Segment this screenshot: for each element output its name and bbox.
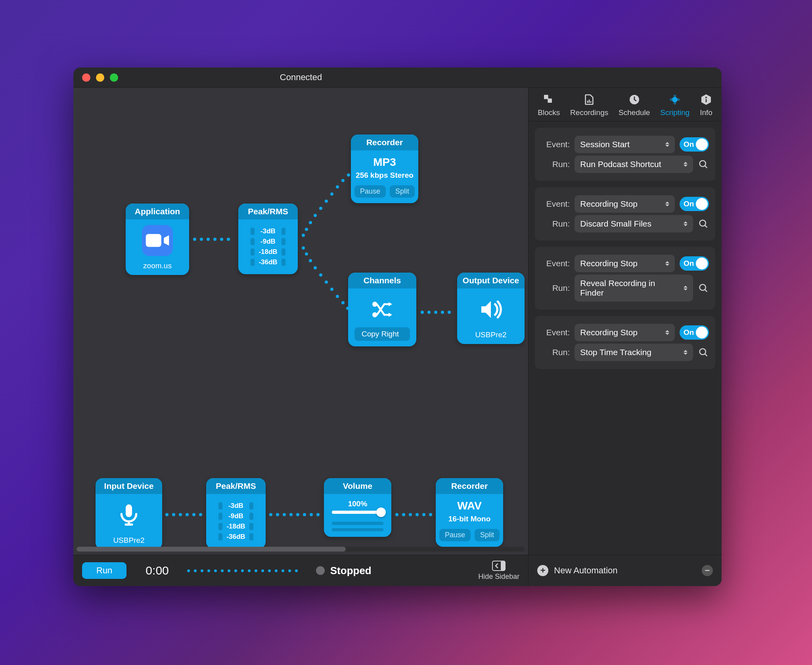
split-button[interactable]: Split bbox=[475, 529, 500, 541]
svg-rect-0 bbox=[146, 234, 161, 247]
hide-sidebar-button[interactable]: Hide Sidebar bbox=[478, 561, 519, 581]
clock-icon bbox=[628, 93, 641, 106]
event-label: Event: bbox=[541, 259, 570, 268]
svg-point-1 bbox=[373, 303, 376, 306]
tab-blocks[interactable]: Blocks bbox=[538, 93, 560, 117]
event-select[interactable]: Recording Stop bbox=[575, 255, 675, 272]
volume-meter bbox=[332, 522, 383, 531]
enabled-toggle[interactable]: On bbox=[680, 256, 709, 271]
svg-point-16 bbox=[700, 284, 706, 290]
run-select[interactable]: Discard Small Files bbox=[575, 215, 693, 233]
run-button[interactable]: Run bbox=[82, 562, 126, 579]
info-icon bbox=[700, 93, 712, 106]
run-select[interactable]: Reveal Recording in Finder bbox=[575, 275, 693, 302]
node-recorder-wav[interactable]: Recorder WAV 16-bit Mono Pause Split bbox=[436, 478, 503, 547]
node-header: Peak/RMS bbox=[206, 478, 266, 494]
automation-card: Event:Recording StopOnRun:Stop Time Trac… bbox=[535, 316, 715, 369]
progress-dots bbox=[187, 569, 298, 572]
canvas-panel: Application zoom.us Peak/RMS -3dB -9dB -… bbox=[73, 88, 529, 586]
node-peakrms-1[interactable]: Peak/RMS -3dB -9dB -18dB -36dB bbox=[238, 204, 298, 274]
svg-rect-3 bbox=[126, 504, 132, 517]
remove-automation-button[interactable]: − bbox=[702, 565, 713, 576]
level-meter: -3dB -9dB -18dB -36dB bbox=[251, 225, 285, 269]
volume-value: 100% bbox=[348, 500, 368, 508]
svg-rect-6 bbox=[544, 95, 548, 99]
node-input-device[interactable]: Input Device USBPre2 bbox=[96, 478, 162, 547]
automation-card: Event:Recording StopOnRun:Discard Small … bbox=[535, 187, 715, 240]
node-header: Volume bbox=[324, 478, 391, 494]
recorder-subtitle: 16-bit Mono bbox=[448, 515, 491, 523]
search-icon[interactable] bbox=[698, 218, 709, 229]
scrollbar-thumb[interactable] bbox=[77, 547, 346, 552]
flow-canvas[interactable]: Application zoom.us Peak/RMS -3dB -9dB -… bbox=[73, 88, 528, 547]
svg-rect-7 bbox=[548, 98, 552, 103]
hide-sidebar-label: Hide Sidebar bbox=[478, 573, 519, 581]
svg-point-9 bbox=[673, 98, 677, 102]
chevron-updown-icon bbox=[684, 350, 688, 355]
node-footer: USBPre2 bbox=[96, 536, 162, 547]
run-label: Run: bbox=[541, 283, 570, 293]
enabled-toggle[interactable]: On bbox=[680, 325, 709, 340]
sidebar: Blocks Recordings Schedule Scripting Inf… bbox=[529, 88, 722, 586]
svg-point-14 bbox=[700, 220, 706, 226]
chevron-updown-icon bbox=[684, 286, 688, 290]
speaker-icon bbox=[475, 294, 506, 325]
svg-point-2 bbox=[373, 313, 376, 316]
scripting-icon bbox=[668, 93, 681, 106]
recorder-format: WAV bbox=[457, 500, 482, 512]
node-peakrms-2[interactable]: Peak/RMS -3dB -9dB -18dB -36dB bbox=[206, 478, 266, 547]
search-icon[interactable] bbox=[698, 347, 709, 358]
chevron-updown-icon bbox=[665, 142, 669, 147]
microphone-icon bbox=[113, 500, 144, 530]
add-automation-button[interactable]: + bbox=[537, 565, 548, 576]
svg-point-10 bbox=[705, 97, 707, 98]
bottom-bar: Run 0:00 Stopped Hide Sidebar bbox=[73, 555, 528, 586]
node-application[interactable]: Application zoom.us bbox=[126, 204, 189, 275]
titlebar: Connected bbox=[73, 67, 722, 88]
pause-button[interactable]: Pause bbox=[354, 185, 386, 198]
node-header: Input Device bbox=[96, 478, 162, 494]
event-select[interactable]: Recording Stop bbox=[575, 324, 675, 341]
node-header: Recorder bbox=[436, 478, 503, 494]
tab-info[interactable]: Info bbox=[700, 93, 712, 117]
app-window: Connected Application zoom.us Peak/RMS -… bbox=[73, 67, 722, 586]
svg-rect-5 bbox=[501, 561, 505, 571]
recorder-subtitle: 256 kbps Stereo bbox=[356, 171, 414, 180]
node-header: Output Device bbox=[457, 273, 525, 288]
enabled-toggle[interactable]: On bbox=[680, 137, 709, 152]
pause-button[interactable]: Pause bbox=[439, 529, 471, 541]
recorder-format: MP3 bbox=[373, 156, 396, 169]
tab-recordings[interactable]: Recordings bbox=[570, 93, 608, 117]
event-select[interactable]: Recording Stop bbox=[575, 195, 675, 213]
run-label: Run: bbox=[541, 348, 570, 357]
chevron-updown-icon bbox=[665, 261, 669, 266]
split-button[interactable]: Split bbox=[390, 185, 415, 198]
node-output-device[interactable]: Output Device USBPre2 bbox=[457, 273, 525, 344]
run-select[interactable]: Run Podcast Shortcut bbox=[575, 156, 693, 173]
window-title: Connected bbox=[73, 72, 529, 83]
enabled-toggle[interactable]: On bbox=[680, 197, 709, 211]
svg-line-19 bbox=[705, 354, 707, 356]
node-recorder-mp3[interactable]: Recorder MP3 256 kbps Stereo Pause Split bbox=[351, 135, 418, 203]
node-header: Channels bbox=[348, 273, 416, 288]
horizontal-scrollbar[interactable] bbox=[77, 547, 525, 552]
search-icon[interactable] bbox=[698, 283, 709, 294]
connector bbox=[302, 246, 349, 310]
tab-scripting[interactable]: Scripting bbox=[660, 93, 689, 117]
volume-slider[interactable] bbox=[332, 511, 383, 514]
event-select[interactable]: Session Start bbox=[575, 136, 675, 153]
node-volume[interactable]: Volume 100% bbox=[324, 478, 391, 537]
slider-knob[interactable] bbox=[376, 507, 386, 517]
run-select[interactable]: Stop Time Tracking bbox=[575, 344, 693, 361]
event-label: Event: bbox=[541, 328, 570, 337]
svg-point-18 bbox=[700, 349, 706, 355]
svg-line-13 bbox=[705, 166, 707, 168]
channel-mode-select[interactable]: Copy Right bbox=[354, 327, 410, 341]
tab-schedule[interactable]: Schedule bbox=[619, 93, 650, 117]
status-text: Stopped bbox=[330, 565, 372, 577]
search-icon[interactable] bbox=[698, 159, 709, 170]
run-label: Run: bbox=[541, 219, 570, 229]
recordings-icon bbox=[583, 93, 596, 106]
node-channels[interactable]: Channels Copy Right bbox=[348, 273, 416, 346]
svg-line-17 bbox=[705, 290, 707, 292]
